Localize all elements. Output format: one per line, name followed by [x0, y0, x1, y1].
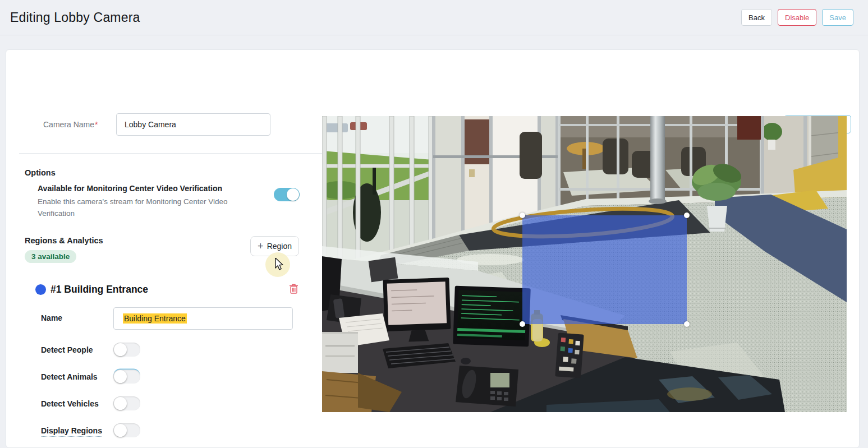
toggle-knob [114, 370, 127, 383]
edit-camera-card: Camera Name* Camera Details Options Avai… [6, 49, 860, 448]
disable-button[interactable]: Disable [778, 9, 816, 26]
required-asterisk: * [95, 120, 98, 129]
detect-people-toggle[interactable] [113, 343, 140, 357]
toggle-knob [114, 397, 127, 410]
topbar-actions: Back Disable Save [741, 9, 853, 26]
camera-name-label-text: Camera Name [43, 120, 94, 129]
region-handle-bottom-left[interactable] [520, 321, 525, 327]
top-bar: Editing Lobby Camera Back Disable Save [0, 0, 868, 35]
toggle-knob [287, 188, 299, 201]
region-color-dot-icon [35, 284, 46, 295]
region-handle-bottom-right[interactable] [684, 321, 690, 327]
plus-icon: + [258, 241, 264, 251]
region-name-value: Building Entrance [123, 313, 187, 324]
monitoring-option-label: Available for Monitoring Center Video Ve… [38, 184, 235, 193]
detect-animals-row: Detect Animals [41, 370, 322, 384]
region-name-input[interactable]: Building Entrance [113, 307, 293, 330]
settings-column: Options Available for Monitoring Center … [6, 154, 322, 448]
camera-name-label: Camera Name* [43, 120, 98, 129]
regions-heading-block: Regions & Analytics 3 available [25, 236, 103, 263]
trash-icon [288, 283, 299, 294]
detect-people-row: Detect People [41, 343, 322, 357]
back-button[interactable]: Back [741, 9, 772, 26]
detect-people-label: Detect People [41, 345, 113, 354]
camera-feed-preview[interactable] [322, 116, 847, 412]
detect-animals-label: Detect Animals [41, 372, 113, 381]
detect-vehicles-row: Detect Vehicles [41, 396, 322, 410]
region-1-header: #1 Building Entrance [25, 283, 299, 296]
save-button[interactable]: Save [822, 9, 853, 26]
regions-header: Regions & Analytics 3 available + Region [25, 236, 299, 263]
detect-vehicles-label: Detect Vehicles [41, 399, 113, 408]
regions-heading: Regions & Analytics [25, 236, 103, 245]
detect-vehicles-toggle[interactable] [113, 396, 140, 410]
region-name-row: Name Building Entrance [41, 307, 322, 330]
monitoring-option-description: Enable this camera's stream for Monitori… [38, 196, 231, 219]
region-1-title: #1 Building Entrance [50, 284, 148, 295]
display-regions-label-text: Display Regions [41, 426, 102, 437]
add-region-label: Region [267, 242, 292, 251]
region-handle-top-right[interactable] [684, 213, 690, 218]
monitoring-option-text: Available for Monitoring Center Video Ve… [38, 184, 235, 219]
region-name-label: Name [41, 313, 113, 322]
detect-animals-toggle[interactable] [113, 370, 140, 384]
delete-region-button[interactable] [288, 283, 299, 296]
toggle-knob [114, 424, 127, 437]
region-overlay-building-entrance[interactable] [522, 215, 687, 324]
region-handle-top-left[interactable] [520, 213, 525, 218]
page-title: Editing Lobby Camera [10, 10, 140, 25]
add-region-button[interactable]: + Region [250, 236, 299, 256]
monitoring-option-row: Available for Monitoring Center Video Ve… [38, 184, 300, 219]
monitoring-toggle[interactable] [274, 188, 300, 201]
options-heading: Options [25, 168, 322, 177]
display-regions-row: Display Regions [41, 423, 322, 437]
display-regions-label: Display Regions [41, 426, 113, 435]
display-regions-toggle[interactable] [113, 423, 140, 437]
toggle-knob [114, 343, 127, 356]
camera-name-input[interactable] [116, 113, 270, 136]
regions-available-badge: 3 available [25, 250, 76, 263]
